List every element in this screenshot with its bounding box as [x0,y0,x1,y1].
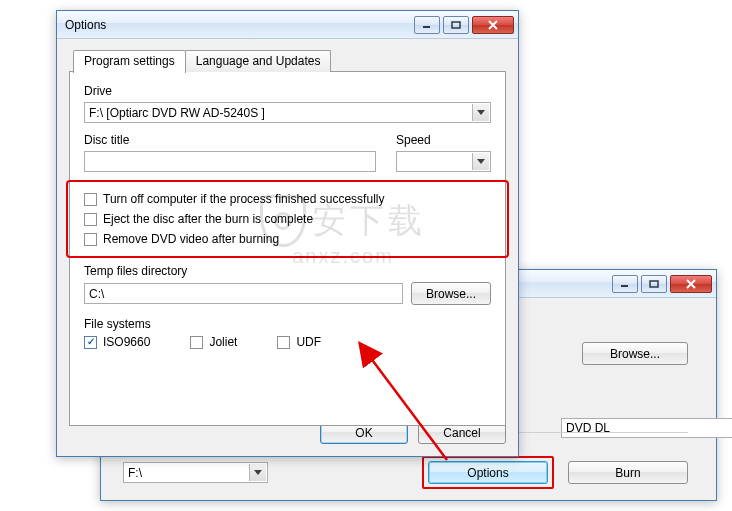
tab-program-settings[interactable]: Program settings [73,50,186,73]
temp-dir-value[interactable] [89,284,400,303]
drive-combo-value: F:\ [Optiarc DVD RW AD-5240S ] [89,106,472,120]
speed-combo[interactable] [396,151,491,172]
burn-button[interactable]: Burn [568,461,688,484]
iso9660-label: ISO9660 [103,335,150,349]
browse-button[interactable]: Browse... [411,282,491,305]
tab-panel: Drive F:\ [Optiarc DVD RW AD-5240S ] Dis… [69,71,506,426]
titlebar[interactable]: Options [57,11,518,39]
remove-checkbox[interactable] [84,233,97,246]
udf-checkbox[interactable] [277,336,290,349]
disc-title-value[interactable] [89,152,373,171]
drive-combo[interactable]: F:\ [Optiarc DVD RW AD-5240S ] [84,102,491,123]
joliet-checkbox[interactable] [190,336,203,349]
tab-language-updates[interactable]: Language and Updates [185,50,332,72]
joliet-label: Joliet [209,335,237,349]
eject-checkbox[interactable] [84,213,97,226]
browse-button[interactable]: Browse... [582,342,688,365]
chevron-down-icon [249,464,266,481]
chevron-down-icon [472,104,489,121]
svg-rect-3 [452,22,460,28]
disc-title-input[interactable] [84,151,376,172]
options-dialog: Options Program settings Language and Up… [56,10,519,457]
svg-rect-1 [650,281,658,287]
disc-title-label: Disc title [84,133,376,147]
turnoff-label: Turn off computer if the process finishe… [103,192,384,206]
minimize-button[interactable] [612,275,638,293]
drive-combo[interactable]: F:\ [123,462,268,483]
file-systems-label: File systems [84,317,491,331]
turnoff-checkbox[interactable] [84,193,97,206]
close-button[interactable] [670,275,712,293]
remove-label: Remove DVD video after burning [103,232,279,246]
iso9660-checkbox[interactable] [84,336,97,349]
chevron-down-icon [472,153,489,170]
temp-dir-input[interactable] [84,283,403,304]
temp-dir-label: Temp files directory [84,264,491,278]
maximize-button[interactable] [641,275,667,293]
options-button[interactable]: Options [428,461,548,484]
window-title: Options [65,18,414,32]
speed-label: Speed [396,133,491,147]
udf-label: UDF [296,335,321,349]
close-button[interactable] [472,16,514,34]
drive-combo-value: F:\ [128,466,249,480]
eject-label: Eject the disc after the burn is complet… [103,212,313,226]
maximize-button[interactable] [443,16,469,34]
minimize-button[interactable] [414,16,440,34]
drive-label: Drive [84,84,491,98]
